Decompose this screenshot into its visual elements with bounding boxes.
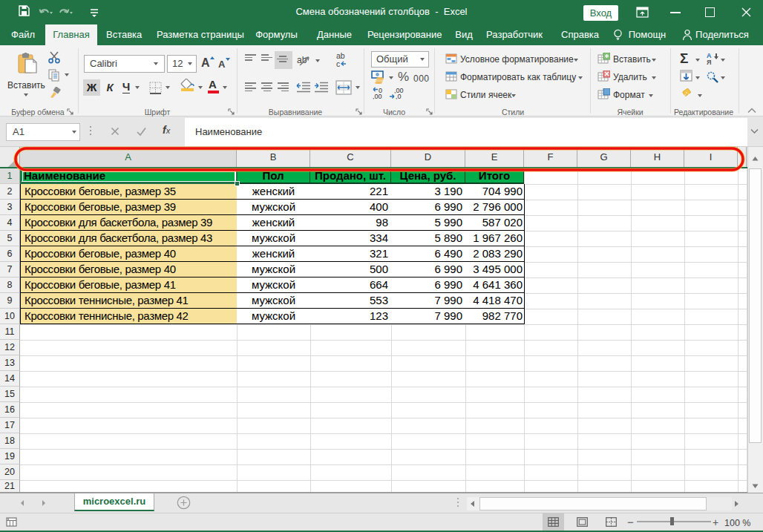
svg-text:c: c xyxy=(336,59,340,68)
svg-text:Я: Я xyxy=(707,59,711,65)
svg-text:,0: ,0 xyxy=(396,93,402,99)
svg-text:,00: ,00 xyxy=(373,93,382,99)
